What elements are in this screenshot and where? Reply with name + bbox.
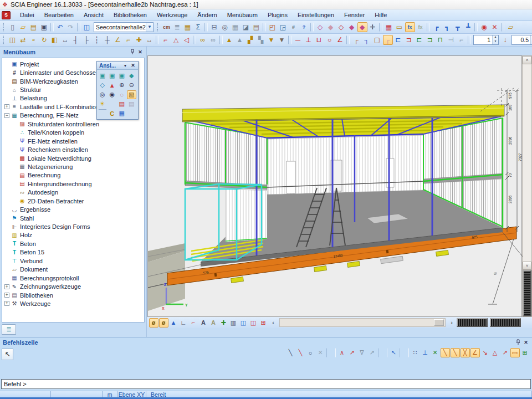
bevel-member-icon[interactable]: ∠ xyxy=(113,35,123,45)
menubaum-dock-tab[interactable]: ≣ xyxy=(2,324,16,335)
draw-circle-icon[interactable]: ○ xyxy=(325,35,335,45)
viewport-vscrollbar[interactable]: ˄ ˅ xyxy=(522,55,532,317)
snap-node-tool-icon[interactable]: ✚ xyxy=(134,35,144,45)
menu-menuebaum[interactable]: Menübaum xyxy=(222,10,263,20)
saved-views-icon[interactable]: ▤ xyxy=(127,100,136,109)
project-selector-combobox[interactable]: Seecontainerhalle2l ▼ xyxy=(94,22,154,32)
undo-icon[interactable]: ↶ xyxy=(55,22,65,32)
extend-member-icon[interactable]: ├ xyxy=(81,35,91,45)
snap-surface-icon[interactable]: △ xyxy=(490,348,500,357)
zoom-all-icon[interactable]: ◉ xyxy=(108,90,117,99)
command-input[interactable] xyxy=(1,379,531,389)
menu-aendern[interactable]: Ändern xyxy=(192,10,222,20)
tree-item-design-forms[interactable]: ⊩ Integriertes Design Forms xyxy=(3,222,144,231)
scroll-left-icon[interactable]: ‹ xyxy=(269,318,278,328)
menu-bibliotheken[interactable]: Bibliotheken xyxy=(109,10,152,20)
snap-node-icon[interactable]: ╲ xyxy=(451,348,460,357)
close-icon[interactable]: ✕ xyxy=(129,62,137,69)
select-all-icon[interactable]: ◆ xyxy=(357,22,367,32)
tree-item-autodesign[interactable]: ∾ Autodesign xyxy=(11,188,144,197)
tree-item-verbund[interactable]: ⊤ Verbund xyxy=(3,257,144,265)
tree-item-teile-knoten[interactable]: ∴ Teile/Knoten koppeln xyxy=(11,129,144,137)
tree-item-fe-netz-einstellen[interactable]: Ψ FE-Netz einstellen xyxy=(11,137,144,145)
redo-icon[interactable]: ↷ xyxy=(66,22,76,32)
opening-icon[interactable]: ▢ xyxy=(372,35,382,45)
chevron-down-icon[interactable]: ▼ xyxy=(121,62,129,69)
pin-icon[interactable] xyxy=(129,49,136,56)
zoom-in-icon[interactable]: ⊕ xyxy=(117,81,127,90)
tree-item-ergebnisse[interactable]: ◡ Ergebnisse xyxy=(3,205,144,213)
scroll-right-icon[interactable]: › xyxy=(447,318,457,328)
split-node-icon[interactable]: ▚ xyxy=(256,35,266,45)
new-document-icon[interactable]: ▯ xyxy=(8,22,18,32)
draw-line-icon[interactable]: — xyxy=(293,35,303,45)
select-cursor-button[interactable]: ↖ xyxy=(2,349,13,360)
viewport-hscrollbar[interactable] xyxy=(279,318,446,327)
window-view-1-icon[interactable]: ◫ xyxy=(239,318,248,328)
menu-einstellungen[interactable]: Einstellungen xyxy=(293,10,339,20)
show-supports-icon[interactable]: ∟ xyxy=(179,318,188,328)
autorecalc-off-icon[interactable]: fx xyxy=(416,22,426,32)
check-structure-nodes-icon[interactable]: △ xyxy=(171,35,181,45)
light-icon[interactable]: ☀ xyxy=(98,100,108,109)
join-member-icon[interactable]: ┼ xyxy=(103,35,112,45)
snap-spline-icon[interactable]: ↗ xyxy=(367,348,377,357)
move-member-icon[interactable]: ⇄ xyxy=(18,35,28,45)
paperspace-gallery-icon[interactable]: Σ xyxy=(193,22,203,32)
menu-datei[interactable]: Datei xyxy=(15,10,39,20)
vscroll-track[interactable] xyxy=(523,64,531,262)
measure-icon[interactable]: # xyxy=(289,22,299,32)
rotation-slider-horizontal-1[interactable] xyxy=(457,318,488,327)
scale-loads-icon[interactable]: ↓ xyxy=(500,35,510,45)
hscroll-thumb[interactable] xyxy=(434,319,444,326)
labels-off-icon[interactable]: A xyxy=(209,318,218,328)
open-project-icon[interactable]: ▱ xyxy=(18,22,28,32)
scia-logo-icon[interactable]: S xyxy=(2,11,11,19)
tree-item-bibliotheken[interactable]: + ▤ Bibliotheken xyxy=(3,291,144,299)
view-front-icon[interactable]: ▣ xyxy=(108,71,117,80)
tree-item-stahl[interactable]: ⚑ Stahl xyxy=(3,214,144,222)
zoom-window-icon[interactable]: ◎ xyxy=(98,90,108,99)
show-levels-icon[interactable]: ⌐ xyxy=(189,318,198,328)
snap-off-icon[interactable]: ✕ xyxy=(316,348,325,357)
internal-edge-icon[interactable]: ⌐ xyxy=(457,35,467,45)
reverse-member-icon[interactable]: ↔ xyxy=(145,35,155,45)
chevron-down-icon[interactable]: ▼ xyxy=(146,23,153,32)
distribute-nodes-icon[interactable]: ▼ xyxy=(277,35,287,45)
render-mode-icon[interactable]: ø xyxy=(149,318,158,328)
erase-icon[interactable]: ✕ xyxy=(490,22,500,32)
disconnect-members-icon[interactable]: ┓ xyxy=(442,22,452,32)
copy-member-icon[interactable]: ◫ xyxy=(8,35,18,45)
clipping-box-icon[interactable]: ▧ xyxy=(127,90,136,99)
menu-plugins[interactable]: Plugins xyxy=(263,10,293,20)
tree-item-dokument[interactable]: ▱ Dokument xyxy=(3,265,144,274)
load-panel-icon[interactable]: ⊓ xyxy=(436,35,446,45)
3d-viewport-canvas[interactable]: 575 12400 575 xyxy=(147,55,522,317)
connect-nodes-icon[interactable]: ⌐ xyxy=(161,35,171,45)
tree-expander[interactable]: − xyxy=(4,113,9,118)
scroll-down-icon[interactable]: ˅ xyxy=(523,262,531,270)
export-folder-icon[interactable]: ▱ xyxy=(506,22,516,32)
trim-member-icon[interactable]: ┤ xyxy=(71,35,81,45)
project-browser-icon[interactable]: ◫ xyxy=(82,22,92,32)
weld-icon[interactable]: ∞ xyxy=(198,35,208,45)
copy-node-icon[interactable]: ▲ xyxy=(235,35,245,45)
snap-orthogonal-icon[interactable]: ∠ xyxy=(470,348,480,357)
snap-tangent-icon[interactable]: ↘ xyxy=(480,348,490,357)
menu-fenster[interactable]: Fenster xyxy=(339,10,370,20)
snap-polygon-icon[interactable]: ∇ xyxy=(357,348,367,357)
draw-offset-icon[interactable]: ⊔ xyxy=(314,35,324,45)
menu-werkzeuge[interactable]: Werkzeuge xyxy=(152,10,192,20)
report-icon[interactable]: ▤ xyxy=(252,22,262,32)
merge-nodes-icon[interactable]: ▞ xyxy=(245,35,255,45)
snap-endpoint-icon[interactable]: ╲ xyxy=(296,348,305,357)
break-member-icon[interactable]: ┆ xyxy=(92,35,102,45)
calculator-icon[interactable]: ▦ xyxy=(231,22,241,32)
image-gallery-icon[interactable]: ▦ xyxy=(183,22,193,32)
tree-item-beton-15[interactable]: T Beton 15 xyxy=(3,248,144,257)
dot-grid-icon[interactable]: ∷ xyxy=(411,348,420,357)
clean-results-icon[interactable]: ▭ xyxy=(395,22,405,32)
cursor-step-icon[interactable]: ↖ xyxy=(389,348,398,357)
tree-item-strukturdaten[interactable]: ▨ Strukturdaten kontrollieren xyxy=(11,120,144,128)
zoom-selection-icon[interactable]: ◌ xyxy=(117,90,127,99)
